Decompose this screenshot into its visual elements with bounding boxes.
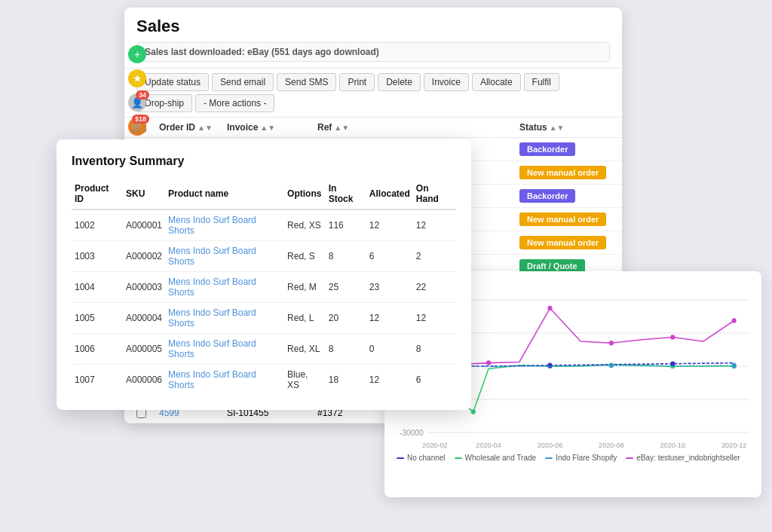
product-name-link[interactable]: Mens Indo Surf Board Shorts <box>168 307 256 329</box>
send-sms-button[interactable]: Send SMS <box>277 73 336 91</box>
inventory-table-row: 1003 A000002 Mens Indo Surf Board Shorts… <box>72 241 456 272</box>
options-cell: Red, S <box>284 241 326 272</box>
allocated-cell: 23 <box>366 272 413 303</box>
sku-cell: A000006 <box>123 365 165 396</box>
inventory-table-row: 1004 A000003 Mens Indo Surf Board Shorts… <box>72 272 456 303</box>
ebay-label: eBay: testuser_indobrightseller <box>636 454 740 462</box>
inventory-table-row: 1002 A000001 Mens Indo Surf Board Shorts… <box>72 209 456 241</box>
svg-text:2020-06: 2020-06 <box>538 440 563 448</box>
options-cell: Red, XS <box>284 209 326 241</box>
product-name-cell: Mens Indo Surf Board Shorts <box>165 303 284 334</box>
product-name-cell: Mens Indo Surf Board Shorts <box>165 241 284 272</box>
svg-point-30 <box>732 363 737 368</box>
download-label: Sales last downloaded: <box>145 47 245 57</box>
invoice-button[interactable]: Invoice <box>424 73 469 91</box>
allocated-cell: 12 <box>366 303 413 334</box>
product-name-cell: Mens Indo Surf Board Shorts <box>165 334 284 365</box>
svg-point-16 <box>547 306 552 311</box>
status-badge: New manual order <box>519 166 606 179</box>
allocated-header: Allocated <box>366 179 413 209</box>
print-button[interactable]: Print <box>339 73 375 91</box>
product-id-cell: 1002 <box>72 209 123 241</box>
on-hand-cell: 6 <box>413 365 456 396</box>
svg-text:2020-10: 2020-10 <box>660 440 685 448</box>
status-cell: Backorder <box>519 142 610 156</box>
options-cell: Red, M <box>284 272 326 303</box>
product-id-cell: 1005 <box>72 303 123 334</box>
order-id-header[interactable]: Order ID ▲▼ <box>159 122 227 133</box>
product-id-cell: 1003 <box>72 241 123 272</box>
legend-wholesale: Wholesale and Trade <box>455 454 537 462</box>
on-hand-header: On Hand <box>413 179 456 209</box>
legend-ebay: eBay: testuser_indobrightseller <box>626 454 740 462</box>
inventory-table-row: 1006 A000005 Mens Indo Surf Board Shorts… <box>72 334 456 365</box>
svg-point-19 <box>732 318 737 323</box>
product-name-cell: Mens Indo Surf Board Shorts <box>165 365 284 396</box>
people-badge-wrap: 👤 34 <box>128 93 146 112</box>
in-stock-cell: 8 <box>326 241 366 272</box>
allocated-cell: 12 <box>366 365 413 396</box>
svg-point-21 <box>471 409 476 414</box>
cart-badge: $18 <box>132 115 149 124</box>
svg-text:2020-08: 2020-08 <box>599 440 624 448</box>
svg-point-17 <box>609 341 614 346</box>
sales-header: Sales Sales last downloaded: eBay (551 d… <box>124 8 622 69</box>
status-badge: New manual order <box>519 212 606 226</box>
order-id-sort-icon: ▲▼ <box>198 124 213 132</box>
inventory-table-row: 1007 A000006 Mens Indo Surf Board Shorts… <box>72 365 456 396</box>
svg-point-15 <box>486 360 491 365</box>
product-id-cell: 1007 <box>72 365 123 396</box>
legend-no-channel: No channel <box>397 454 446 462</box>
status-badge: New manual order <box>519 236 606 249</box>
more-actions-button[interactable]: - More actions - <box>195 94 274 112</box>
sku-cell: A000002 <box>123 241 165 272</box>
star-icon[interactable]: ★ <box>128 69 146 87</box>
send-email-button[interactable]: Send email <box>212 73 274 91</box>
wholesale-legend-dot <box>455 457 462 459</box>
product-name-link[interactable]: Mens Indo Surf Board Shorts <box>168 369 256 390</box>
on-hand-cell: 12 <box>413 209 456 241</box>
inventory-table: Product ID SKU Product name Options In S… <box>72 179 456 395</box>
product-name-link[interactable]: Mens Indo Surf Board Shorts <box>168 246 256 267</box>
add-icon[interactable]: + <box>128 45 146 63</box>
svg-text:2020-04: 2020-04 <box>476 440 501 448</box>
chart-legend: No channel Wholesale and Trade Indo Flar… <box>397 454 749 462</box>
sku-cell: A000005 <box>123 334 165 365</box>
ref-header[interactable]: Ref ▲▼ <box>317 122 378 133</box>
status-cell: Backorder <box>519 189 610 203</box>
wholesale-label: Wholesale and Trade <box>465 454 537 462</box>
delete-button[interactable]: Delete <box>378 73 421 91</box>
inventory-table-row: 1005 A000004 Mens Indo Surf Board Shorts… <box>72 303 456 334</box>
legend-shopify: Indo Flare Shopify <box>545 454 617 462</box>
sku-cell: A000003 <box>123 272 165 303</box>
svg-point-27 <box>670 361 675 366</box>
product-name-link[interactable]: Mens Indo Surf Board Shorts <box>168 277 256 298</box>
shopify-label: Indo Flare Shopify <box>556 454 617 462</box>
svg-point-26 <box>547 363 552 368</box>
options-cell: Red, L <box>284 303 326 334</box>
allocated-cell: 0 <box>366 334 413 365</box>
sku-header: SKU <box>123 179 165 209</box>
in-stock-cell: 25 <box>326 272 366 303</box>
ref-sort-icon: ▲▼ <box>334 124 349 132</box>
status-cell: New manual order <box>519 212 610 226</box>
product-name-link[interactable]: Mens Indo Surf Board Shorts <box>168 338 256 359</box>
options-header: Options <box>284 179 326 209</box>
invoice-header[interactable]: Invoice ▲▼ <box>227 122 317 133</box>
status-badge: Backorder <box>519 189 575 203</box>
on-hand-cell: 8 <box>413 334 456 365</box>
options-cell: Red, XL <box>284 334 326 365</box>
svg-text:2020-02: 2020-02 <box>422 440 448 448</box>
fulfil-button[interactable]: Fulfil <box>524 73 559 91</box>
allocate-button[interactable]: Allocate <box>472 73 521 91</box>
product-id-cell: 1004 <box>72 272 123 303</box>
product-name-link[interactable]: Mens Indo Surf Board Shorts <box>168 215 256 236</box>
download-source: eBay <box>247 47 269 57</box>
allocated-cell: 12 <box>366 209 413 241</box>
no-channel-legend-dot <box>397 457 404 459</box>
status-header[interactable]: Status ▲▼ <box>519 122 610 133</box>
product-name-header: Product name <box>165 179 284 209</box>
in-stock-header: In Stock <box>326 179 366 209</box>
sku-cell: A000004 <box>123 303 165 334</box>
allocated-cell: 6 <box>366 241 413 272</box>
